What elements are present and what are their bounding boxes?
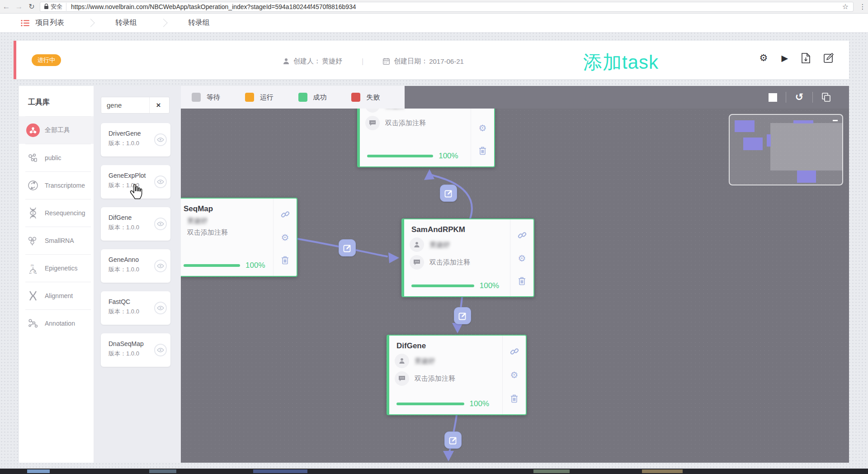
- trash-icon[interactable]: [518, 277, 526, 285]
- legend-label: 失败: [366, 93, 380, 102]
- tool-card-geneanno[interactable]: GeneAnno 版本：1.0.0: [101, 249, 170, 283]
- task-node-note[interactable]: 双击添加注释: [415, 374, 455, 383]
- sidebar-item-alignment[interactable]: Alignment: [19, 282, 94, 309]
- list-icon: [21, 19, 30, 27]
- tool-search-input[interactable]: [101, 101, 149, 109]
- comment-icon: [410, 255, 424, 270]
- edit-icon[interactable]: [824, 53, 834, 63]
- security-indicator[interactable]: 安全: [44, 3, 66, 11]
- progress-label: 100%: [245, 261, 265, 270]
- sidebar-item-smallrna[interactable]: SmallRNA: [19, 227, 94, 254]
- lock-icon: [44, 4, 49, 9]
- breadcrumb-item-stage[interactable]: 转录组: [115, 18, 137, 28]
- link-icon[interactable]: [518, 231, 527, 240]
- breadcrumb-chevron-icon: [159, 19, 167, 27]
- gear-icon[interactable]: ⚙: [281, 232, 289, 243]
- canvas-toolbar: 等待 运行 成功 失败 ↺: [181, 86, 849, 109]
- browser-back-button[interactable]: ←: [0, 2, 13, 11]
- workflow-canvas[interactable]: 黄婕妤 双击添加注释 100% ⚙ SeqMap 黄婕妤 双击添加注释 100%: [181, 109, 849, 463]
- sidebar-item-resequencing[interactable]: Resequencing: [19, 199, 94, 227]
- trash-icon[interactable]: [281, 256, 289, 265]
- progress-label: 100%: [470, 399, 489, 408]
- gear-icon[interactable]: ⚙: [479, 123, 487, 133]
- progress-bar: [411, 284, 474, 287]
- preview-eye-icon[interactable]: [154, 302, 167, 314]
- date-label: 创建日期：: [394, 57, 428, 66]
- transcriptome-icon: [26, 179, 40, 192]
- tool-library-title: 工具库: [19, 86, 94, 116]
- tool-search-panel: × DriverGene 版本：1.0.0 GeneExpPlot 版本：1.0…: [94, 86, 181, 463]
- tool-library-sidebar: 工具库 全部工具 public Transcriptome Resequenci…: [19, 86, 94, 463]
- minimap-node: [743, 137, 763, 150]
- address-bar[interactable]: 安全 https://www.novelbrain.com/NBCWebApp/…: [40, 2, 854, 12]
- legend-success-swatch: [298, 93, 307, 102]
- clear-search-button[interactable]: ×: [149, 97, 167, 113]
- copy-icon[interactable]: [813, 92, 839, 102]
- status-legend: 等待 运行 成功 失败: [181, 86, 405, 109]
- minimap-node: [735, 120, 755, 132]
- task-node-top[interactable]: 黄婕妤 双击添加注释 100% ⚙: [357, 109, 495, 167]
- preview-eye-icon[interactable]: [154, 344, 167, 356]
- sidebar-item-transcriptome[interactable]: Transcriptome: [19, 171, 94, 199]
- header-actions: ⚙ ▶: [760, 52, 834, 63]
- meta-divider: |: [362, 57, 363, 66]
- task-node-note[interactable]: 双击添加注释: [187, 228, 228, 237]
- sidebar-item-all-tools[interactable]: 全部工具: [19, 116, 94, 144]
- minimap-viewport[interactable]: [770, 123, 843, 171]
- sidebar-item-label: SmallRNA: [45, 237, 74, 244]
- tool-card-fastqc[interactable]: FastQC 版本：1.0.0: [101, 291, 170, 325]
- minimap-minimize-button[interactable]: [833, 120, 838, 121]
- tool-card-difgene[interactable]: DifGene 版本：1.0.0: [101, 207, 170, 241]
- trash-icon[interactable]: [510, 394, 518, 403]
- minimap-node: [793, 120, 813, 123]
- refresh-icon[interactable]: ↺: [786, 91, 812, 103]
- minimap[interactable]: [729, 114, 843, 185]
- minimap-node: [767, 134, 771, 147]
- sidebar-item-epigenetics[interactable]: mR Epigenetics: [19, 254, 94, 282]
- run-play-icon[interactable]: ▶: [781, 53, 788, 63]
- mouse-cursor-hand: [128, 183, 145, 202]
- browser-menu-icon[interactable]: ⋮: [857, 3, 868, 11]
- link-icon[interactable]: [510, 347, 519, 356]
- settings-gear-icon[interactable]: ⚙: [760, 52, 768, 63]
- stop-square-button[interactable]: [760, 93, 786, 102]
- trash-icon[interactable]: [479, 147, 486, 155]
- legend-label: 等待: [207, 93, 220, 102]
- sidebar-item-annotation[interactable]: Annotation: [19, 309, 94, 337]
- task-node-difgene[interactable]: DifGene 黄婕妤 双击添加注释 100% ⚙: [387, 335, 527, 415]
- gear-icon[interactable]: ⚙: [510, 370, 519, 380]
- task-node-note[interactable]: 双击添加注释: [429, 258, 470, 267]
- gear-icon[interactable]: ⚙: [518, 253, 526, 264]
- edge-edit-button[interactable]: [339, 239, 356, 256]
- preview-eye-icon[interactable]: [154, 175, 167, 188]
- link-icon[interactable]: [478, 109, 487, 109]
- browser-reload-button[interactable]: ↻: [25, 2, 38, 11]
- edge-edit-button[interactable]: [444, 431, 462, 449]
- task-node-user: 黄婕妤: [187, 217, 208, 225]
- task-node-seqmap[interactable]: SeqMap 黄婕妤 双击添加注释 100% ⚙: [181, 198, 297, 277]
- preview-eye-icon[interactable]: [154, 218, 167, 230]
- browser-chrome: ← → ↻ 安全 https://www.novelbrain.com/NBCW…: [0, 0, 868, 14]
- browser-forward-button[interactable]: →: [13, 2, 25, 11]
- task-node-samandrpkm[interactable]: SamAndRPKM 黄婕妤 双击添加注释 100% ⚙: [401, 218, 534, 297]
- url-text[interactable]: https://www.novelbrain.com/NBCWebApp/tas…: [66, 3, 841, 10]
- minimap-node: [797, 171, 816, 183]
- task-node-note[interactable]: 双击添加注释: [385, 119, 426, 128]
- person-icon: [410, 237, 424, 252]
- edge-edit-button[interactable]: [440, 185, 457, 202]
- preview-eye-icon[interactable]: [154, 133, 167, 146]
- preview-eye-icon[interactable]: [154, 260, 167, 272]
- task-node-actions: ⚙: [471, 109, 494, 166]
- bookmark-star-icon[interactable]: ☆: [841, 2, 849, 11]
- breadcrumb-item-current[interactable]: 转录组: [188, 18, 210, 28]
- svg-text:R: R: [33, 270, 36, 274]
- workflow-area: 等待 运行 成功 失败 ↺: [181, 86, 849, 463]
- tool-card-dnaseqmap[interactable]: DnaSeqMap 版本：1.0.0: [101, 333, 170, 367]
- tool-card-drivergene[interactable]: DriverGene 版本：1.0.0: [101, 123, 170, 156]
- sidebar-item-public[interactable]: public: [19, 144, 94, 171]
- link-icon[interactable]: [281, 210, 290, 219]
- edge-edit-button[interactable]: [454, 307, 471, 324]
- pdf-export-icon[interactable]: [802, 53, 810, 63]
- smallrna-icon: [26, 234, 40, 247]
- breadcrumb-item-projects[interactable]: 项目列表: [35, 18, 64, 28]
